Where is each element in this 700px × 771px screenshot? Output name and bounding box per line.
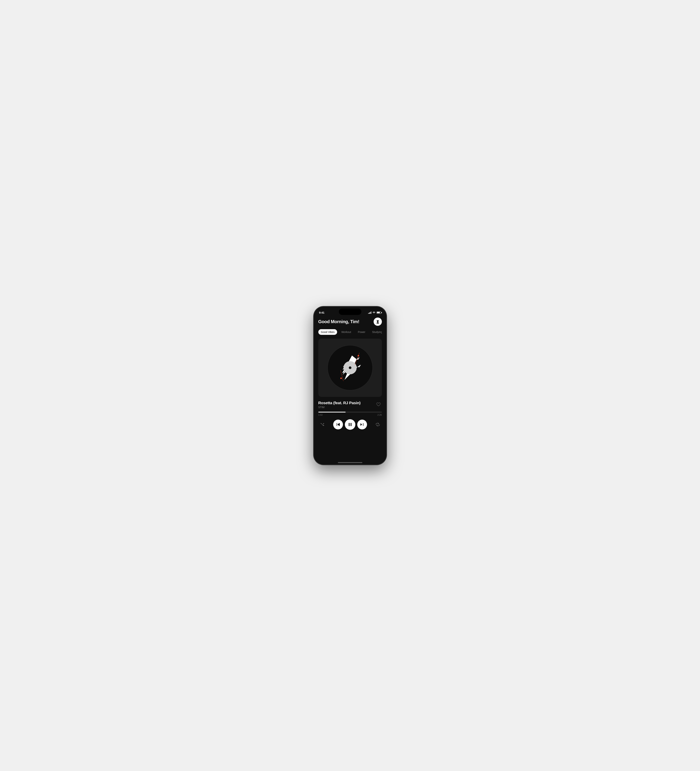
- loop-button[interactable]: [374, 420, 382, 429]
- previous-button[interactable]: [333, 420, 343, 429]
- progress-bar-background[interactable]: [318, 412, 382, 413]
- pause-icon: [348, 423, 352, 426]
- phone-screen: 9:41 Good Morning, Tim!: [314, 307, 386, 465]
- like-button[interactable]: [375, 401, 382, 408]
- vinyl-label: [343, 361, 357, 374]
- vinyl-center-hole: [349, 366, 352, 369]
- battery-icon: [377, 312, 381, 314]
- header: Good Morning, Tim!: [318, 317, 382, 326]
- red-dot-top: [358, 355, 359, 356]
- progress-times: 1:02 2:26: [318, 413, 382, 416]
- greeting-text: Good Morning, Tim!: [318, 319, 360, 324]
- status-bar: 9:41: [314, 307, 386, 316]
- next-icon: [360, 423, 364, 426]
- avatar-icon: [375, 319, 380, 324]
- signal-icon: [368, 312, 371, 314]
- song-title: Rosetta (feat. RJ Pasin): [318, 401, 361, 405]
- total-time: 2:26: [378, 413, 382, 416]
- home-bar: [338, 462, 362, 463]
- wifi-icon: [373, 312, 376, 314]
- shuffle-button[interactable]: [318, 420, 327, 429]
- current-time: 1:02: [318, 413, 322, 416]
- svg-rect-4: [363, 423, 363, 426]
- status-time: 9:41: [319, 311, 324, 314]
- previous-icon: [336, 423, 340, 426]
- album-art-container: [318, 338, 382, 397]
- svg-rect-2: [348, 423, 350, 426]
- song-artist: STIM: [318, 406, 361, 409]
- phone-frame: 9:41 Good Morning, Tim!: [313, 306, 387, 465]
- playback-controls: [318, 418, 382, 430]
- avatar-button[interactable]: [374, 317, 382, 326]
- tab-studying[interactable]: Studying: [370, 329, 382, 335]
- next-button[interactable]: [357, 420, 367, 429]
- play-controls-group: [333, 419, 367, 430]
- red-dot-bottom: [340, 377, 342, 379]
- tab-power[interactable]: Power: [355, 329, 368, 335]
- song-details: Rosetta (feat. RJ Pasin) STIM: [318, 401, 361, 409]
- tab-good-vibes[interactable]: Good Vibes: [318, 329, 337, 335]
- tab-workout[interactable]: Workout: [339, 329, 354, 335]
- svg-rect-1: [337, 423, 337, 426]
- svg-rect-3: [350, 423, 352, 426]
- song-info: Rosetta (feat. RJ Pasin) STIM: [318, 401, 382, 409]
- progress-bar-fill: [318, 412, 345, 413]
- loop-icon: [376, 423, 380, 426]
- shuffle-icon: [321, 423, 324, 426]
- app-content: Good Morning, Tim! Good Vibes W: [314, 316, 386, 458]
- category-tabs: Good Vibes Workout Power Studying Podcas…: [318, 329, 382, 335]
- home-indicator: [314, 458, 386, 465]
- progress-section: 1:02 2:26: [318, 412, 382, 416]
- status-icons: [368, 312, 381, 314]
- pause-button[interactable]: [345, 419, 355, 430]
- dynamic-island: [339, 309, 361, 315]
- heart-icon: [376, 402, 381, 406]
- vinyl-disc: [327, 345, 373, 390]
